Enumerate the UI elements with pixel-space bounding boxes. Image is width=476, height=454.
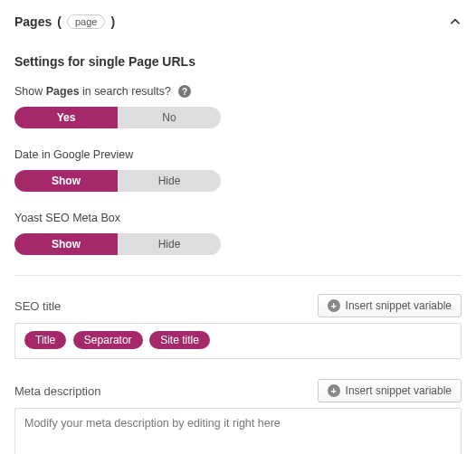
label-bold: Pages bbox=[46, 85, 80, 98]
chevron-up-icon[interactable] bbox=[449, 15, 462, 28]
plus-icon: + bbox=[328, 299, 340, 312]
toggle-option-show[interactable]: Show bbox=[14, 233, 118, 255]
meta-description-header: Meta description + Insert snippet variab… bbox=[14, 379, 462, 402]
seo-title-label: SEO title bbox=[14, 299, 61, 313]
label-prefix: Show bbox=[14, 85, 46, 98]
plus-icon: + bbox=[328, 384, 340, 397]
help-icon[interactable]: ? bbox=[178, 85, 191, 98]
seo-title-input[interactable]: Title Separator Site title bbox=[14, 323, 462, 359]
toggle-option-hide[interactable]: Hide bbox=[118, 170, 221, 192]
divider bbox=[14, 275, 462, 276]
insert-snippet-label: Insert snippet variable bbox=[346, 299, 452, 312]
section-title-text: Pages bbox=[14, 14, 52, 29]
toggle-option-yes[interactable]: Yes bbox=[14, 107, 118, 128]
setting-show-in-search: Show Pages in search results? ? Yes No bbox=[14, 85, 462, 128]
setting-meta-box: Yoast SEO Meta Box Show Hide bbox=[14, 212, 462, 255]
meta-description-label: Meta description bbox=[14, 384, 100, 398]
toggle-show-in-search[interactable]: Yes No bbox=[14, 107, 221, 128]
meta-description-placeholder: Modify your meta description by editing … bbox=[24, 417, 281, 430]
insert-snippet-variable-button[interactable]: + Insert snippet variable bbox=[318, 379, 462, 402]
post-type-badge: page bbox=[67, 14, 105, 29]
post-type-slug: page bbox=[75, 16, 97, 27]
toggle-option-no[interactable]: No bbox=[118, 107, 221, 128]
bracket-open: ( bbox=[57, 14, 62, 29]
meta-description-input[interactable]: Modify your meta description by editing … bbox=[14, 408, 462, 454]
toggle-meta-box[interactable]: Show Hide bbox=[14, 233, 221, 255]
seo-title-header: SEO title + Insert snippet variable bbox=[14, 294, 462, 317]
insert-snippet-label: Insert snippet variable bbox=[346, 384, 452, 397]
toggle-option-show[interactable]: Show bbox=[14, 170, 118, 192]
setting-date-preview: Date in Google Preview Show Hide bbox=[14, 148, 462, 192]
toggle-option-hide[interactable]: Hide bbox=[118, 233, 221, 255]
section-header[interactable]: Pages ( page ) bbox=[14, 14, 462, 29]
setting-label-show-in-search: Show Pages in search results? ? bbox=[14, 85, 462, 98]
snippet-variable-site-title[interactable]: Site title bbox=[149, 331, 210, 349]
bracket-close: ) bbox=[110, 14, 115, 29]
settings-subheading: Settings for single Page URLs bbox=[14, 54, 462, 69]
section-title: Pages ( page ) bbox=[14, 14, 115, 29]
label-date-preview: Date in Google Preview bbox=[14, 148, 133, 161]
snippet-variable-title[interactable]: Title bbox=[24, 331, 66, 349]
label-suffix: in search results? bbox=[80, 85, 171, 98]
seo-title-block: SEO title + Insert snippet variable Titl… bbox=[14, 294, 462, 359]
meta-description-block: Meta description + Insert snippet variab… bbox=[14, 379, 462, 454]
insert-snippet-variable-button[interactable]: + Insert snippet variable bbox=[318, 294, 462, 317]
toggle-date-preview[interactable]: Show Hide bbox=[14, 170, 221, 192]
setting-label-meta-box: Yoast SEO Meta Box bbox=[14, 212, 462, 224]
label-meta-box: Yoast SEO Meta Box bbox=[14, 212, 120, 224]
setting-label-date-preview: Date in Google Preview bbox=[14, 148, 462, 161]
snippet-variable-separator[interactable]: Separator bbox=[73, 331, 143, 349]
